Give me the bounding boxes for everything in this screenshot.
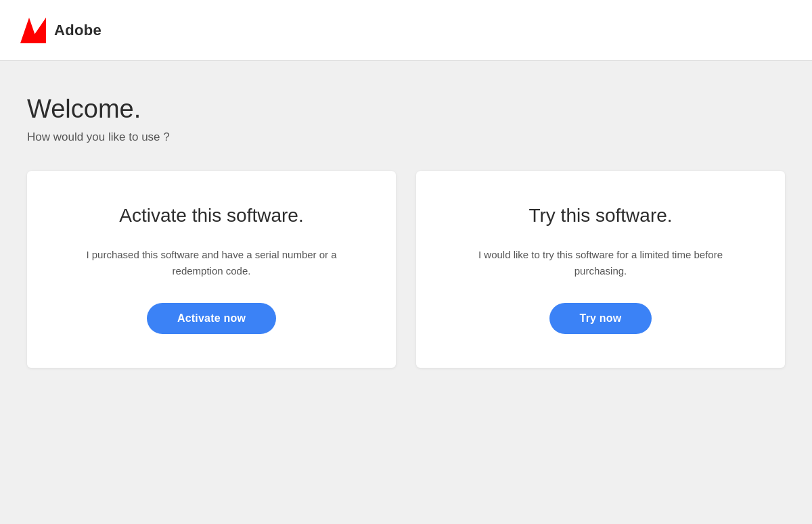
welcome-title: Welcome. <box>27 95 785 124</box>
activate-card-title: Activate this software. <box>119 205 303 227</box>
try-card-title: Try this software. <box>528 205 672 227</box>
try-card-description: I would like to try this software for a … <box>472 247 729 279</box>
try-now-button[interactable]: Try now <box>549 303 652 334</box>
app-header: Adobe <box>0 0 812 61</box>
main-content: Welcome. How would you like to use ? Act… <box>0 61 812 395</box>
adobe-logo-icon <box>20 18 46 43</box>
adobe-wordmark: Adobe <box>54 22 102 39</box>
activate-card-description: I purchased this software and have a ser… <box>83 247 340 279</box>
activate-card: Activate this software. I purchased this… <box>27 171 396 368</box>
cards-container: Activate this software. I purchased this… <box>27 171 785 368</box>
welcome-subtitle: How would you like to use ? <box>27 130 785 144</box>
adobe-logo: Adobe <box>20 18 102 43</box>
try-card: Try this software. I would like to try t… <box>416 171 785 368</box>
activate-now-button[interactable]: Activate now <box>147 303 276 334</box>
